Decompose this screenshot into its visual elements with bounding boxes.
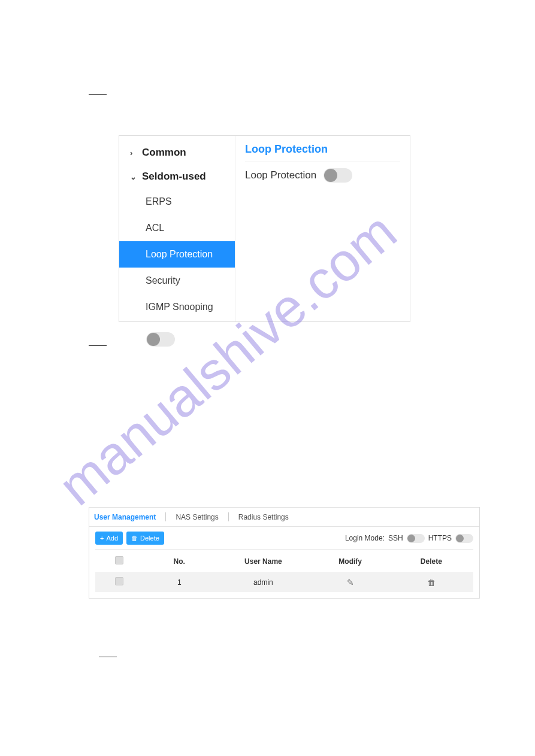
content-pane: Loop Protection Loop Protection [235,136,410,321]
add-button[interactable]: + Add [95,532,123,545]
sidebar-item-loop-protection[interactable]: Loop Protection [119,241,235,268]
https-toggle[interactable] [455,534,473,543]
login-mode-label: Login Mode: [345,534,385,542]
toggle-knob-icon [147,333,160,346]
divider [245,162,400,162]
row-checkbox[interactable] [115,577,123,585]
row-modify-cell: ✎ [312,572,389,592]
caret-down-icon: ⌄ [130,172,136,181]
tab-radius-settings[interactable]: Radius Settings [235,508,292,526]
loop-protection-row: Loop Protection [245,168,400,183]
decorative-line [89,94,107,95]
toggle-knob-icon [324,169,337,182]
tab-bar: User Management NAS Settings Radius Sett… [89,508,479,527]
sidebar-item-acl[interactable]: ACL [119,215,235,241]
login-mode: Login Mode: SSH HTTPS [345,534,473,543]
users-table: No. User Name Modify Delete 1 admin ✎ 🗑 [95,549,473,592]
header-modify: Modify [312,550,389,573]
settings-sidebar: › Common ⌄ Seldom-used ERPS ACL Loop Pro… [119,136,235,321]
table-row: 1 admin ✎ 🗑 [95,572,473,592]
edit-icon[interactable]: ✎ [347,578,354,587]
row-username: admin [215,572,311,592]
tab-user-management[interactable]: User Management [90,508,159,526]
loop-protection-toggle[interactable] [324,168,352,183]
decorative-line [99,657,117,657]
page-title: Loop Protection [245,143,400,156]
https-label: HTTPS [428,534,452,542]
plus-icon: + [100,535,104,542]
caret-right-icon: › [130,148,136,157]
delete-button-label: Delete [140,535,159,542]
trash-icon: 🗑 [131,535,138,542]
row-number: 1 [143,572,215,592]
decorative-line [89,345,107,346]
ssh-label: SSH [388,534,403,542]
header-delete: Delete [389,550,473,573]
sidebar-group-label: Seldom-used [142,171,206,183]
tab-nas-settings[interactable]: NAS Settings [172,508,222,526]
user-management-panel: User Management NAS Settings Radius Sett… [89,507,480,599]
sidebar-item-igmp-snooping[interactable]: IGMP Snooping [119,294,235,320]
row-checkbox-cell [95,572,143,592]
toggle-knob-icon [456,535,464,542]
header-no: No. [143,550,215,573]
ssh-toggle[interactable] [407,534,425,543]
add-button-label: Add [106,535,118,542]
sidebar-item-erps[interactable]: ERPS [119,189,235,215]
loop-protection-label: Loop Protection [245,169,316,181]
table-header-row: No. User Name Modify Delete [95,550,473,573]
sidebar-group-common[interactable]: › Common [119,141,235,165]
delete-button[interactable]: 🗑 Delete [126,532,164,545]
select-all-checkbox[interactable] [115,556,123,564]
toolbar: + Add 🗑 Delete Login Mode: SSH HTTPS [89,527,479,549]
toggle-knob-icon [407,535,415,542]
sidebar-group-label: Common [142,147,186,159]
header-username: User Name [215,550,311,573]
divider [228,512,229,521]
header-checkbox-cell [95,550,143,573]
sidebar-group-seldom-used[interactable]: ⌄ Seldom-used [119,165,235,189]
row-delete-cell: 🗑 [389,572,473,592]
sidebar-item-security[interactable]: Security [119,268,235,294]
trash-icon[interactable]: 🗑 [427,578,436,587]
divider [165,512,166,521]
loop-protection-panel: › Common ⌄ Seldom-used ERPS ACL Loop Pro… [119,135,410,322]
example-toggle[interactable] [146,332,175,347]
